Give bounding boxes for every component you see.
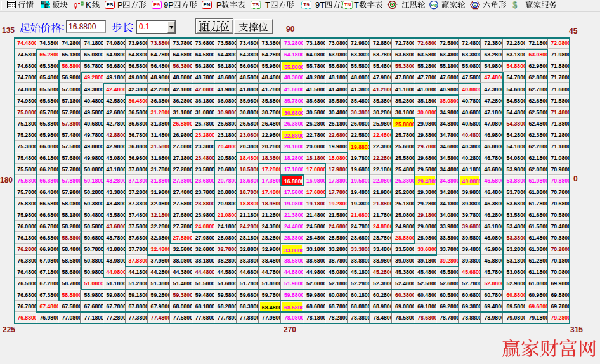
svg-text:Big: Big: [431, 3, 437, 7]
